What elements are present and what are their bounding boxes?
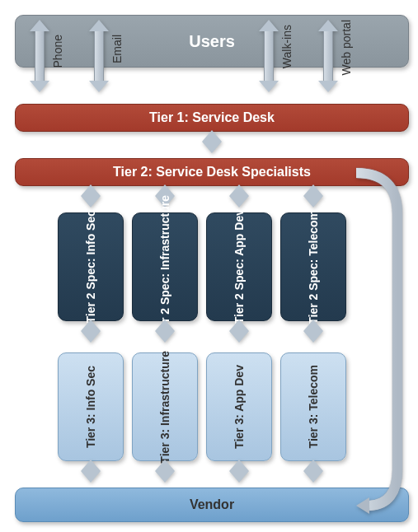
tier3-box-2: Tier 3: App Dev [206,352,272,461]
tier3-box-0: Tier 3: Info Sec [58,352,124,461]
spec-box-2: Tier 2 Spec: App Dev [206,212,272,321]
tier3-label-0: Tier 3: Info Sec [84,366,97,448]
spec-label-0: Tier 2 Spec: Info Sec [84,210,97,323]
spec-label-3: Tier 2 Spec: Telecom [307,210,320,324]
arrow-t2-vendor-curve [355,165,412,519]
channel-arrow-email [89,20,109,92]
arrow-t3-vendor-2 [229,460,249,483]
arrow-t1-t2 [202,130,222,153]
spec-label-2: Tier 2 Spec: App Dev [232,209,246,324]
channel-arrow-webportal [318,20,338,92]
spec-box-1: Tier 2 Spec: Infrastructure [132,212,198,321]
tier3-box-1: Tier 3: Infrastructure [132,352,198,461]
tier3-label-1: Tier 3: Infrastructure [158,351,171,464]
arrow-spec-t3-3 [303,320,323,343]
spec-box-0: Tier 2 Spec: Info Sec [58,212,124,321]
channel-arrow-walkins [259,20,279,92]
arrow-t3-vendor-3 [303,460,323,483]
channel-label-email: Email [110,35,124,63]
users-label: Users [189,32,235,51]
tier3-box-3: Tier 3: Telecom [280,352,346,461]
tier3-label-3: Tier 3: Telecom [307,365,320,448]
svg-marker-0 [356,497,369,514]
channel-label-phone: Phone [51,35,64,68]
vendor-box: Vendor [15,488,409,522]
arrow-t2-spec-0 [81,184,101,208]
tier1-box: Tier 1: Service Desk [15,104,409,132]
arrow-spec-t3-2 [229,320,249,343]
arrow-t3-vendor-0 [81,460,101,483]
arrow-t2-spec-2 [229,184,249,208]
tier3-label-2: Tier 3: App Dev [232,365,246,449]
spec-box-3: Tier 2 Spec: Telecom [280,212,346,321]
tier2-box: Tier 2: Service Desk Specialists [15,158,409,186]
channel-label-walkins: Walk-ins [280,25,294,68]
tier1-label: Tier 1: Service Desk [149,110,275,125]
channel-label-webportal: Web portal [340,20,353,75]
channel-arrow-phone [30,20,49,92]
vendor-label: Vendor [190,497,234,512]
spec-label-1: Tier 2 Spec: Infrastructure [158,195,171,338]
arrow-t3-vendor-1 [155,460,175,483]
tier2-label: Tier 2: Service Desk Specialists [113,165,311,180]
arrow-t2-spec-3 [303,184,323,208]
arrow-spec-t3-1 [155,320,175,343]
arrow-spec-t3-0 [81,320,101,343]
